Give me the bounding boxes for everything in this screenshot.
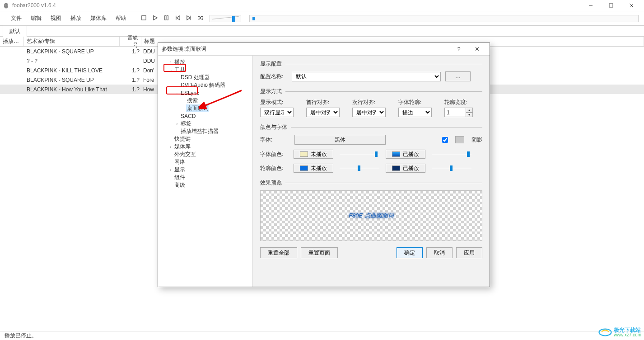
section-display-config: 显示配置 [260,60,282,68]
tree-dvd[interactable]: DVD-Audio 解码器 [158,81,252,89]
next-align-select[interactable]: 居中对齐 [352,108,386,117]
maximize-button[interactable] [601,0,621,11]
tree-tag[interactable]: ›标签 [158,120,252,128]
menu-library[interactable]: 媒体库 [86,13,111,24]
section-display-mode: 显示方式 [260,88,282,95]
fontcolor-unplayed-button[interactable]: 未播放 [294,150,333,159]
label-outline-width: 轮廓宽度: [444,99,473,106]
svg-marker-9 [177,15,180,19]
watermark: 极光下载站www.xz7.com [598,327,641,337]
svg-marker-10 [187,15,190,19]
outline-width-input[interactable] [444,108,466,117]
pause-icon[interactable] [163,15,169,22]
tree-network[interactable]: 网络 [158,158,252,166]
ok-button[interactable]: 确定 [397,247,423,258]
close-button[interactable] [621,0,641,11]
reset-all-button[interactable]: 重置全部 [260,247,297,258]
tree-shell[interactable]: 外壳交互 [158,151,252,158]
col-play[interactable]: 播放… [0,37,24,46]
shadow-swatch[interactable] [455,136,464,143]
menu-play[interactable]: 播放 [66,13,86,24]
spin-down-icon[interactable]: ▼ [466,113,473,118]
apply-button[interactable]: 应用 [456,247,482,258]
shadow-checkbox[interactable] [442,137,448,143]
col-artist[interactable]: 艺术家/专辑 [24,37,120,46]
label-font-color: 字体颜色: [260,151,287,158]
statusbar: 播放已停止。 [0,331,644,340]
help-icon[interactable]: ? [450,46,468,52]
svg-marker-5 [154,15,157,19]
font-button[interactable]: 黑体 [294,135,386,145]
fontcolor-unplayed-slider[interactable] [340,151,379,158]
status-text: 播放已停止。 [5,332,37,340]
label-config-name: 配置名称: [260,73,287,80]
section-preview: 效果预览 [260,179,282,187]
dialog-titlebar: 参数选项:桌面歌词 ? ✕ [158,43,490,56]
dialog-title: 参数选项:桌面歌词 [162,45,206,53]
tree-playback[interactable]: ›播放 [158,58,252,66]
play-controls [141,15,203,22]
tree-components[interactable]: 组件 [158,174,252,181]
prev-icon[interactable] [175,15,181,22]
outline-select[interactable]: 描边 [398,108,432,117]
preferences-panel: 显示配置 配置名称: 默认 … 显示方式 显示模式:双行显示 首行对齐:居中对齐… [253,56,490,287]
tree-dsd[interactable]: DSD 处理器 [158,74,252,81]
label-display-mode: 显示模式: [260,99,294,106]
outcolor-played-button[interactable]: 已播放 [386,164,425,173]
menu-row: 文件 编辑 视图 播放 媒体库 帮助 [0,11,644,26]
config-more-button[interactable]: … [445,71,471,81]
stop-icon[interactable] [141,15,147,22]
tab-default[interactable]: 默认 [3,26,27,37]
tree-display[interactable]: ›显示 [158,166,252,174]
svg-rect-1 [609,4,613,7]
menubar: 文件 编辑 视图 播放 媒体库 帮助 [0,13,131,24]
random-icon[interactable] [197,15,203,22]
menu-view[interactable]: 视图 [46,13,66,24]
next-icon[interactable] [186,15,192,22]
preview-text: F80E 点曲図面词 [349,212,394,220]
menu-file[interactable]: 文件 [6,13,26,24]
volume-slider[interactable] [210,15,241,22]
config-name-select[interactable]: 默认 [292,72,441,81]
tree-hotkeys[interactable]: 快捷键 [158,135,252,143]
display-mode-select[interactable]: 双行显示 [260,108,294,117]
seek-bar[interactable] [249,15,639,22]
tree-tools[interactable]: ⌄工具 [158,66,252,74]
app-icon [3,2,9,9]
tree-desktop-lyrics[interactable]: 桌面歌词 [158,104,252,112]
col-track[interactable]: 音轨号 [120,37,141,46]
label-next-align: 次行对齐: [352,99,386,106]
label-shadow: 阴影 [471,136,482,144]
tabs-row: 默认 [0,26,644,37]
label-first-align: 首行对齐: [306,99,340,106]
svg-rect-4 [142,15,146,19]
reset-page-button[interactable]: 重置页面 [301,247,338,258]
tree-eslyric[interactable]: ⌄ESLyric [158,89,252,97]
tree-sacd[interactable]: SACD [158,112,252,120]
label-font: 字体: [260,136,287,144]
outcolor-unplayed-slider[interactable] [340,165,379,172]
menu-edit[interactable]: 编辑 [26,13,46,24]
spin-up-icon[interactable]: ▲ [466,108,473,113]
section-color-font: 颜色与字体 [260,123,287,131]
fontcolor-played-button[interactable]: 已播放 [386,150,425,159]
window-title: foobar2000 v1.6.4 [12,2,580,9]
cancel-button[interactable]: 取消 [426,247,453,258]
first-align-select[interactable]: 居中对齐 [306,108,340,117]
tree-gain[interactable]: 播放增益扫描器 [158,128,252,135]
preferences-tree: ›播放 ⌄工具 DSD 处理器 DVD-Audio 解码器 ⌄ESLyric 搜… [158,56,253,287]
tree-media[interactable]: ›媒体库 [158,143,252,151]
menu-help[interactable]: 帮助 [111,13,131,24]
tree-advanced[interactable]: 高级 [158,181,252,189]
dialog-close-icon[interactable]: ✕ [468,46,486,52]
minimize-button[interactable] [580,0,601,11]
tree-search[interactable]: 搜索 [158,97,252,104]
outcolor-played-slider[interactable] [432,165,471,172]
outcolor-unplayed-button[interactable]: 未播放 [294,164,333,173]
fontcolor-played-slider[interactable] [432,151,471,158]
svg-rect-6 [165,15,166,19]
watermark-line2: www.xz7.com [614,333,641,337]
preferences-dialog: 参数选项:桌面歌词 ? ✕ ›播放 ⌄工具 DSD 处理器 DVD-Audio … [158,42,490,287]
play-icon[interactable] [152,15,158,22]
window-controls [580,0,641,11]
